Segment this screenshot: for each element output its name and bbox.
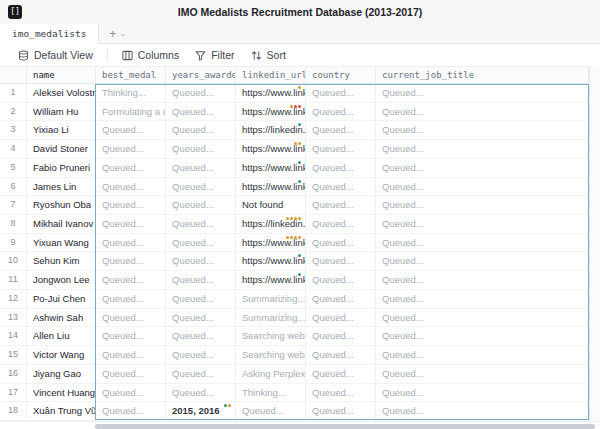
cell-current_job_title[interactable]: Queued... — [376, 140, 589, 158]
filter-button[interactable]: Filter — [187, 46, 242, 64]
cell-linkedin_url[interactable]: Asking Perplexity... — [236, 365, 306, 383]
cell-years_awarded[interactable]: Queued... — [166, 215, 236, 233]
cell-years_awarded[interactable]: Queued... — [166, 196, 236, 214]
cell-best_medal[interactable]: Queued... — [96, 121, 166, 139]
cell-country[interactable]: Queued... — [306, 140, 376, 158]
cell-country[interactable]: Queued... — [306, 290, 376, 308]
cell-linkedin_url[interactable]: https://www.linkedi — [236, 103, 306, 121]
cell-linkedin_url[interactable]: Queued... — [236, 402, 306, 420]
row-number[interactable]: 16 — [0, 365, 27, 383]
cell-best_medal[interactable]: Queued... — [96, 384, 166, 402]
cell-country[interactable]: Queued... — [306, 178, 376, 196]
columns-button[interactable]: Columns — [114, 46, 187, 64]
row-number[interactable]: 2 — [0, 103, 27, 121]
cell-name[interactable]: Ashwin Sah — [27, 309, 96, 327]
cell-linkedin_url[interactable]: https://linkedin.com — [236, 215, 306, 233]
cell-best_medal[interactable]: Thinking... — [96, 84, 166, 102]
row-number[interactable]: 18 — [0, 402, 27, 420]
column-header-country[interactable]: country — [306, 67, 376, 83]
cell-current_job_title[interactable]: Queued... — [376, 384, 589, 402]
cell-linkedin_url[interactable]: Summarizing... — [236, 309, 306, 327]
cell-current_job_title[interactable]: Queued... — [376, 103, 589, 121]
row-number[interactable]: 5 — [0, 159, 27, 177]
row-number[interactable]: 4 — [0, 140, 27, 158]
column-header-name[interactable]: name — [27, 67, 96, 83]
cell-name[interactable]: Sehun Kim — [27, 252, 96, 270]
cell-linkedin_url[interactable]: https://www.linkedi — [236, 234, 306, 252]
cell-current_job_title[interactable]: Queued... — [376, 252, 589, 270]
cell-name[interactable]: Jongwon Lee — [27, 271, 96, 289]
cell-country[interactable]: Queued... — [306, 271, 376, 289]
cell-country[interactable]: Queued... — [306, 159, 376, 177]
cell-years_awarded[interactable]: Queued... — [166, 178, 236, 196]
cell-years_awarded[interactable]: Queued... — [166, 140, 236, 158]
row-number[interactable]: 14 — [0, 327, 27, 345]
row-number[interactable]: 8 — [0, 215, 27, 233]
cell-country[interactable]: Queued... — [306, 103, 376, 121]
cell-name[interactable]: Mikhail Ivanov — [27, 215, 96, 233]
cell-best_medal[interactable]: Formulating a quer — [96, 103, 166, 121]
cell-best_medal[interactable]: Queued... — [96, 215, 166, 233]
cell-country[interactable]: Queued... — [306, 84, 376, 102]
row-number[interactable]: 11 — [0, 271, 27, 289]
cell-current_job_title[interactable]: Queued... — [376, 121, 589, 139]
row-number[interactable]: 13 — [0, 309, 27, 327]
cell-name[interactable]: Fabio Pruneri — [27, 159, 96, 177]
sort-button[interactable]: Sort — [243, 46, 294, 64]
cell-country[interactable]: Queued... — [306, 384, 376, 402]
row-number-header[interactable] — [0, 67, 27, 83]
cell-years_awarded[interactable]: Queued... — [166, 309, 236, 327]
cell-best_medal[interactable]: Queued... — [96, 159, 166, 177]
cell-name[interactable]: Xuân Trung Vũ — [27, 402, 96, 420]
cell-current_job_title[interactable]: Queued... — [376, 159, 589, 177]
cell-best_medal[interactable]: Queued... — [96, 140, 166, 158]
cell-country[interactable]: Queued... — [306, 215, 376, 233]
horizontal-scrollbar-thumb[interactable] — [95, 424, 595, 429]
row-number[interactable]: 3 — [0, 121, 27, 139]
column-header-best_medal[interactable]: best_medal — [96, 67, 166, 83]
cell-name[interactable]: David Stoner — [27, 140, 96, 158]
row-number[interactable]: 15 — [0, 346, 27, 364]
cell-name[interactable]: Ryoshun Oba — [27, 196, 96, 214]
cell-linkedin_url[interactable]: https://www.linkedi — [236, 252, 306, 270]
row-number[interactable]: 7 — [0, 196, 27, 214]
horizontal-scrollbar-track[interactable] — [0, 421, 600, 429]
cell-linkedin_url[interactable]: https://www.linkedi — [236, 178, 306, 196]
cell-best_medal[interactable]: Queued... — [96, 178, 166, 196]
cell-name[interactable]: Jiyang Gao — [27, 365, 96, 383]
cell-linkedin_url[interactable]: https://www.linkedi — [236, 84, 306, 102]
cell-best_medal[interactable]: Queued... — [96, 252, 166, 270]
cell-country[interactable]: Queued... — [306, 365, 376, 383]
cell-linkedin_url[interactable]: Searching web... — [236, 346, 306, 364]
cell-name[interactable]: William Hu — [27, 103, 96, 121]
cell-years_awarded[interactable]: Queued... — [166, 103, 236, 121]
cell-current_job_title[interactable]: Queued... — [376, 327, 589, 345]
cell-best_medal[interactable]: Queued... — [96, 346, 166, 364]
default-view-button[interactable]: Default View — [10, 46, 101, 64]
cell-current_job_title[interactable]: Queued... — [376, 215, 589, 233]
cell-years_awarded[interactable]: 2015, 2016 — [166, 402, 236, 420]
cell-linkedin_url[interactable]: Summarizing... — [236, 290, 306, 308]
cell-best_medal[interactable]: Queued... — [96, 402, 166, 420]
cell-years_awarded[interactable]: Queued... — [166, 234, 236, 252]
cell-linkedin_url[interactable]: https://www.linkedi — [236, 140, 306, 158]
cell-best_medal[interactable]: Queued... — [96, 196, 166, 214]
cell-current_job_title[interactable]: Queued... — [376, 290, 589, 308]
cell-country[interactable]: Queued... — [306, 402, 376, 420]
add-tab-button[interactable]: + ⌄ — [99, 24, 136, 43]
cell-current_job_title[interactable]: Queued... — [376, 309, 589, 327]
cell-current_job_title[interactable]: Queued... — [376, 346, 589, 364]
cell-country[interactable]: Queued... — [306, 252, 376, 270]
cell-country[interactable]: Queued... — [306, 327, 376, 345]
cell-country[interactable]: Queued... — [306, 309, 376, 327]
cell-linkedin_url[interactable]: https://www.linkedi — [236, 271, 306, 289]
cell-current_job_title[interactable]: Queued... — [376, 365, 589, 383]
cell-best_medal[interactable]: Queued... — [96, 327, 166, 345]
cell-best_medal[interactable]: Queued... — [96, 309, 166, 327]
cell-linkedin_url[interactable]: https://linkedin.com — [236, 121, 306, 139]
cell-years_awarded[interactable]: Queued... — [166, 365, 236, 383]
cell-name[interactable]: Yixiao Li — [27, 121, 96, 139]
cell-years_awarded[interactable]: Queued... — [166, 252, 236, 270]
cell-years_awarded[interactable]: Queued... — [166, 271, 236, 289]
cell-years_awarded[interactable]: Queued... — [166, 84, 236, 102]
